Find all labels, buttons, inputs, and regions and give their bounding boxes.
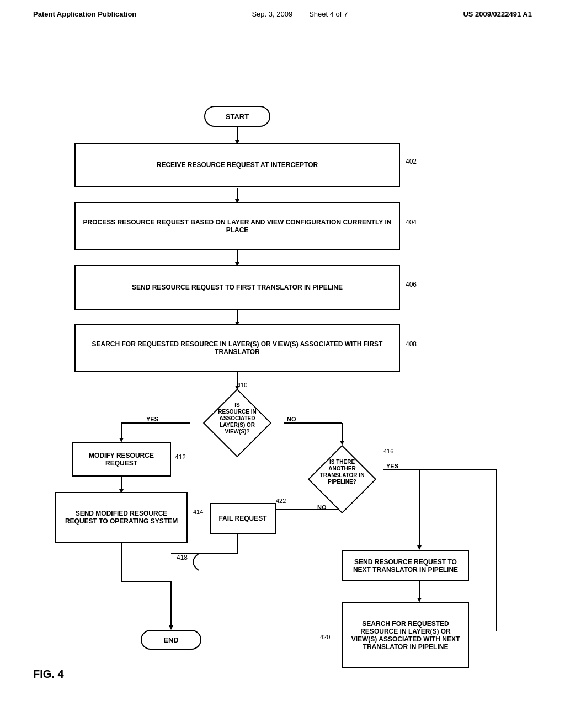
no-label-416: NO xyxy=(317,504,327,511)
tag-402: 402 xyxy=(406,158,417,165)
tag-410: 410 xyxy=(237,382,247,388)
tag-404: 404 xyxy=(406,218,417,226)
tag-418: 418 xyxy=(177,554,188,561)
svg-marker-18 xyxy=(169,625,173,630)
tag-406: 406 xyxy=(406,281,417,288)
svg-marker-29 xyxy=(417,545,422,550)
tag-414: 414 xyxy=(193,508,203,515)
figure-label: FIG. 4 xyxy=(33,668,64,681)
node-406: SEND RESOURCE REQUEST TO FIRST TRANSLATO… xyxy=(74,265,400,310)
page-header: Patent Application Publication Sep. 3, 2… xyxy=(0,0,565,24)
tag-416: 416 xyxy=(383,448,393,454)
tag-412: 412 xyxy=(175,453,186,461)
header-center: Sep. 3, 2009 Sheet 4 of 7 xyxy=(252,10,348,18)
header-date: Sep. 3, 2009 xyxy=(252,10,292,18)
tag-422: 422 xyxy=(276,497,286,504)
node-402: RECEIVE RESOURCE REQUEST AT INTERCEPTOR xyxy=(74,143,400,187)
node-412: MODIFY RESOURCE REQUEST xyxy=(72,442,171,477)
tag-408: 408 xyxy=(406,340,417,348)
yes-label-416: YES xyxy=(386,463,398,469)
start-node: START xyxy=(204,106,270,127)
node-414: SEND MODIFIED RESOURCE REQUEST TO OPERAT… xyxy=(55,492,188,543)
end-node: END xyxy=(141,630,201,650)
svg-marker-31 xyxy=(417,598,422,602)
node-send-next: SEND RESOURCE REQUEST TO NEXT TRANSLATOR… xyxy=(342,550,469,581)
header-right: US 2009/0222491 A1 xyxy=(463,10,532,18)
node-404: PROCESS RESOURCE REQUEST BASED ON LAYER … xyxy=(74,202,400,250)
tag-420: 420 xyxy=(320,634,330,640)
header-left: Patent Application Publication xyxy=(33,10,136,18)
header-sheet: Sheet 4 of 7 xyxy=(309,10,348,18)
yes-label-410: YES xyxy=(146,416,158,422)
node-410: ISRESOURCE INASSOCIATEDLAYER(S) ORVIEW(S… xyxy=(190,388,284,458)
svg-marker-12 xyxy=(119,438,124,442)
no-label-410: NO xyxy=(287,416,296,422)
diagram-area: START RECEIVE RESOURCE REQUEST AT INTERC… xyxy=(0,24,565,697)
node-420: SEARCH FOR REQUESTED RESOURCE IN LAYER(S… xyxy=(342,602,469,668)
node-416: IS THEREANOTHERTRANSLATOR INPIPELINE? xyxy=(301,443,383,515)
node-422: FAIL REQUEST xyxy=(210,503,276,534)
node-408: SEARCH FOR REQUESTED RESOURCE IN LAYER(S… xyxy=(74,324,400,372)
